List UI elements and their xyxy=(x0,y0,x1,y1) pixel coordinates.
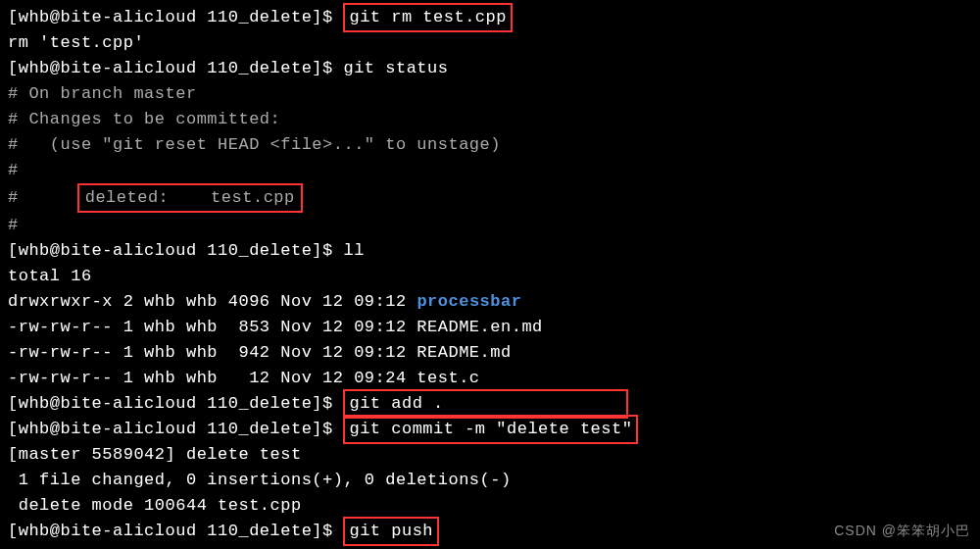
terminal-line: [whb@bite-alicloud 110_delete]$ git add … xyxy=(8,391,972,417)
ll-output: drwxrwxr-x 2 whb whb 4096 Nov 12 09:12 p… xyxy=(8,289,972,315)
shell-prompt: [whb@bite-alicloud 110_delete]$ xyxy=(8,522,343,540)
ll-output: -rw-rw-r-- 1 whb whb 12 Nov 12 09:24 tes… xyxy=(8,366,972,391)
git-status-line: # Changes to be committed: xyxy=(8,107,972,132)
git-status-line: # xyxy=(8,158,972,183)
shell-prompt: [whb@bite-alicloud 110_delete]$ xyxy=(8,241,343,260)
command-highlight: git commit -m "delete test" xyxy=(343,415,638,444)
ll-output: -rw-rw-r-- 1 whb whb 942 Nov 12 09:12 RE… xyxy=(8,340,972,366)
git-status-line: #deleted: test.cpp xyxy=(8,183,972,213)
watermark-text: CSDN @笨笨胡小巴 xyxy=(834,518,970,543)
cmd-pad xyxy=(444,394,622,413)
commit-output: delete mode 100644 test.cpp xyxy=(8,493,972,519)
commit-output: [master 5589042] delete test xyxy=(8,442,972,468)
terminal-line: [whb@bite-alicloud 110_delete]$ git stat… xyxy=(8,56,972,81)
command-highlight: git rm test.cpp xyxy=(343,3,513,32)
cmd-text: git add . xyxy=(349,394,443,413)
ll-output: -rw-rw-r-- 1 whb whb 853 Nov 12 09:12 RE… xyxy=(8,315,972,340)
git-status-line: # On branch master xyxy=(8,81,972,107)
commit-output: 1 file changed, 0 insertions(+), 0 delet… xyxy=(8,468,972,493)
deleted-file-highlight: deleted: test.cpp xyxy=(77,183,303,213)
shell-prompt: [whb@bite-alicloud 110_delete]$ xyxy=(8,59,343,77)
terminal-line: [whb@bite-alicloud 110_delete]$ git comm… xyxy=(8,417,972,442)
ll-perms: drwxrwxr-x 2 whb whb 4096 Nov 12 09:12 xyxy=(8,292,416,311)
terminal-line: [whb@bite-alicloud 110_delete]$ ll xyxy=(8,238,972,264)
git-status-line: # (use "git reset HEAD <file>..." to uns… xyxy=(8,132,972,158)
terminal-line: [whb@bite-alicloud 110_delete]$ git push xyxy=(8,519,972,544)
command-highlight: git push xyxy=(343,517,439,546)
shell-prompt: [whb@bite-alicloud 110_delete]$ xyxy=(8,394,343,413)
ll-output: total 16 xyxy=(8,264,972,289)
directory-name: processbar xyxy=(416,292,521,311)
command-text: git status xyxy=(343,59,448,77)
command-text: ll xyxy=(343,241,364,260)
terminal-line: [whb@bite-alicloud 110_delete]$ git rm t… xyxy=(8,5,972,30)
shell-prompt: [whb@bite-alicloud 110_delete]$ xyxy=(8,8,343,26)
git-status-line: # xyxy=(8,213,972,238)
shell-prompt: [whb@bite-alicloud 110_delete]$ xyxy=(8,420,343,438)
hash-prefix: # xyxy=(8,188,19,207)
terminal-output: rm 'test.cpp' xyxy=(8,30,972,56)
